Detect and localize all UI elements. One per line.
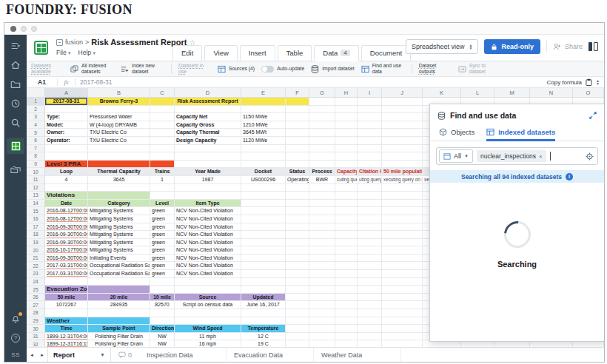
cell-H4[interactable] <box>335 121 358 129</box>
cell-I32[interactable] <box>358 340 382 347</box>
cell-I20[interactable] <box>358 246 382 255</box>
cell-D27[interactable]: Script on census data <box>175 301 241 309</box>
panel-tab-indexed-datasets[interactable]: Indexed datasets <box>486 125 555 141</box>
cell-J11[interactable]: xecuting query on b <box>382 176 423 184</box>
cell-A25[interactable]: Evacuation Zone <box>45 286 88 294</box>
cell-B15[interactable]: Mitigating Systems <box>88 207 150 215</box>
cell-C10[interactable]: Trains <box>150 168 175 176</box>
cell-J24[interactable] <box>382 278 423 286</box>
cell-G18[interactable] <box>309 231 335 239</box>
row-header-24[interactable]: 24 <box>27 278 45 286</box>
cell-E2[interactable] <box>241 106 286 114</box>
cell-G10[interactable]: Process <box>309 168 335 176</box>
cell-H14[interactable] <box>335 200 358 208</box>
row-header-5[interactable]: 5 <box>27 129 45 137</box>
dataset-outputs-button[interactable]: Dataset outputs <box>419 63 452 75</box>
cell-F30[interactable] <box>286 325 309 333</box>
window-minimize-dot[interactable] <box>21 26 27 32</box>
cell-H8[interactable] <box>335 152 358 161</box>
cell-F1[interactable] <box>286 98 309 106</box>
cell-I2[interactable] <box>358 106 382 114</box>
cell-A20[interactable]: 2016-10-17T00:00:00 <box>45 246 88 255</box>
column-header-K[interactable]: K <box>423 88 461 97</box>
sync-to-dataset-button[interactable]: Sync to dataset <box>458 63 502 75</box>
sources-button[interactable]: Sources (4) <box>218 65 255 73</box>
cell-A9[interactable]: Level 3 PRA <box>45 161 88 169</box>
cell-G6[interactable] <box>309 137 335 145</box>
cell-I6[interactable] <box>358 137 382 145</box>
row-header-10[interactable]: 10 <box>27 168 45 176</box>
cell-F10[interactable]: Status <box>286 168 309 176</box>
cell-I13[interactable] <box>358 192 382 200</box>
cell-I7[interactable] <box>358 145 382 153</box>
cell-A6[interactable]: Operator: <box>45 137 88 145</box>
cell-J32[interactable] <box>382 340 423 347</box>
cell-G32[interactable] <box>309 340 335 347</box>
cell-E14[interactable] <box>241 200 286 208</box>
tab-edit[interactable]: Edit <box>172 45 202 61</box>
row-header-30[interactable]: 30 <box>27 325 45 333</box>
cell-B4[interactable]: W (4-loop) DRYAMB <box>88 121 150 129</box>
cell-I10[interactable]: Citation Count <box>358 168 382 176</box>
cell-H15[interactable] <box>335 207 358 215</box>
cell-H12[interactable] <box>335 184 358 192</box>
tab-insert[interactable]: Insert <box>240 45 275 61</box>
column-header-O[interactable]: O <box>573 88 604 97</box>
cell-H9[interactable] <box>335 161 358 169</box>
cell-F26[interactable] <box>286 294 309 302</box>
cell-B24[interactable] <box>88 278 150 286</box>
cell-H6[interactable] <box>335 137 358 145</box>
cell-J26[interactable] <box>382 294 423 302</box>
window-close-dot[interactable] <box>10 26 16 32</box>
cell-J12[interactable] <box>382 184 423 192</box>
cell-J1[interactable] <box>382 98 423 106</box>
cell-F13[interactable] <box>286 192 309 200</box>
column-header-J[interactable]: J <box>382 88 423 97</box>
cell-G1[interactable] <box>309 98 335 106</box>
cell-H10[interactable]: Capacity <box>335 168 358 176</box>
cell-I16[interactable] <box>358 215 382 223</box>
row-header-27[interactable]: 27 <box>27 301 45 309</box>
cell-D24[interactable] <box>175 278 241 286</box>
cell-H20[interactable] <box>335 246 358 255</box>
datasets-available-button[interactable]: Datasets available <box>31 63 64 75</box>
cell-A31[interactable]: 1899-12-31T04:00:00 <box>45 333 88 341</box>
cell-D16[interactable]: NCV Non-Cited Violation <box>175 215 241 223</box>
cell-G30[interactable] <box>309 325 335 333</box>
cell-F24[interactable] <box>286 278 309 286</box>
cell-J9[interactable] <box>382 161 423 169</box>
cell-C6[interactable] <box>150 137 175 145</box>
column-header-F[interactable]: F <box>286 88 309 97</box>
cell-F29[interactable] <box>286 317 309 326</box>
row-header-28[interactable]: 28 <box>27 309 45 317</box>
row-header-32[interactable]: 32 <box>27 340 45 347</box>
cell-B32[interactable]: Polishing Filter Drain <box>88 340 150 347</box>
row-header-26[interactable]: 26 <box>27 294 45 302</box>
cell-E26[interactable]: Updated <box>241 294 286 302</box>
cell-C20[interactable]: green <box>150 246 175 255</box>
cell-F6[interactable] <box>286 137 309 145</box>
cell-I30[interactable] <box>358 325 382 333</box>
cell-F2[interactable] <box>286 106 309 114</box>
cell-C13[interactable] <box>150 192 175 200</box>
cell-F19[interactable] <box>286 239 309 247</box>
cell-C7[interactable] <box>150 145 175 153</box>
cell-C19[interactable]: green <box>150 239 175 247</box>
row-header-20[interactable]: 20 <box>27 246 45 255</box>
cell-G11[interactable]: BWR <box>309 176 335 184</box>
panel-tab-objects[interactable]: Objects <box>439 125 474 141</box>
cell-J18[interactable] <box>382 231 423 239</box>
row-header-2[interactable]: 2 <box>27 106 45 114</box>
cell-J28[interactable] <box>382 309 423 317</box>
cell-D29[interactable] <box>175 317 241 326</box>
cell-E29[interactable] <box>241 317 286 326</box>
cell-H23[interactable] <box>335 270 358 278</box>
cell-B16[interactable]: Mitigating Systems <box>88 215 150 223</box>
cell-B1[interactable]: Browns Ferry-3 <box>88 98 150 106</box>
cell-F32[interactable] <box>286 340 309 347</box>
cell-E3[interactable]: 1150 MWe <box>241 113 286 121</box>
cell-I27[interactable] <box>358 301 382 309</box>
cell-G2[interactable] <box>309 106 335 114</box>
tab-view[interactable]: View <box>204 45 237 61</box>
window-maximize-dot[interactable] <box>31 26 37 32</box>
